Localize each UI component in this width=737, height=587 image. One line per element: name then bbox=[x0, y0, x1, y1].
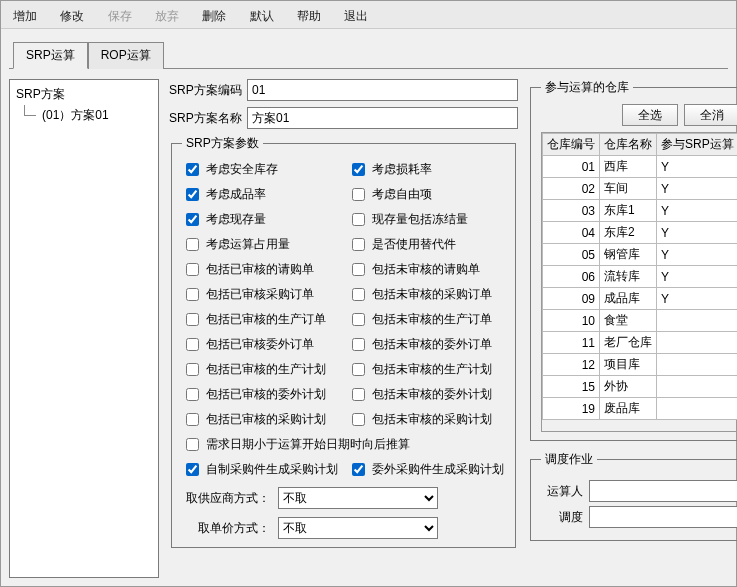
check-item: 包括未审核的生产计划 bbox=[348, 360, 506, 379]
cell-flag: Y bbox=[657, 156, 738, 178]
table-row[interactable]: 03东库1Y bbox=[543, 200, 738, 222]
check-item: 包括未审核的生产订单 bbox=[348, 310, 506, 329]
param-checkbox[interactable] bbox=[186, 238, 199, 251]
param-checkbox[interactable] bbox=[352, 363, 365, 376]
param-checkbox[interactable] bbox=[352, 463, 365, 476]
edit-button[interactable]: 修改 bbox=[50, 5, 94, 28]
supplier-select[interactable]: 不取 bbox=[278, 487, 438, 509]
col-flag[interactable]: 参与SRP运算 bbox=[657, 134, 738, 156]
cell-name: 车间 bbox=[600, 178, 657, 200]
cell-name: 钢管库 bbox=[600, 244, 657, 266]
param-label: 包括未审核的委外计划 bbox=[372, 386, 492, 403]
mid-panel: SRP方案编码 SRP方案名称 SRP方案参数 考虑安全库存考虑损耗率考虑成品率… bbox=[169, 79, 518, 578]
table-row[interactable]: 10食堂 bbox=[543, 310, 738, 332]
tab-srp[interactable]: SRP运算 bbox=[13, 42, 88, 69]
select-none-button[interactable]: 全消 bbox=[684, 104, 737, 126]
param-label: 包括已审核的生产订单 bbox=[206, 311, 326, 328]
check-item: 考虑现存量 bbox=[182, 210, 340, 229]
table-row[interactable]: 11老厂仓库 bbox=[543, 332, 738, 354]
table-row[interactable]: 12项目库 bbox=[543, 354, 738, 376]
code-input[interactable] bbox=[247, 79, 518, 101]
check-item: 包括已审核的委外计划 bbox=[182, 385, 340, 404]
price-label: 取单价方式： bbox=[182, 520, 270, 537]
check-item: 包括未审核的采购订单 bbox=[348, 285, 506, 304]
param-label: 考虑现存量 bbox=[206, 211, 266, 228]
param-checkbox[interactable] bbox=[186, 263, 199, 276]
tree-root[interactable]: SRP方案 bbox=[14, 84, 154, 105]
check-item: 包括已审核委外订单 bbox=[182, 335, 340, 354]
param-checkbox[interactable] bbox=[352, 413, 365, 426]
delete-button[interactable]: 删除 bbox=[192, 5, 236, 28]
check-item: 包括未审核的委外计划 bbox=[348, 385, 506, 404]
check-item: 包括已审核的请购单 bbox=[182, 260, 340, 279]
param-checkbox[interactable] bbox=[186, 438, 199, 451]
add-button[interactable]: 增加 bbox=[3, 5, 47, 28]
col-name[interactable]: 仓库名称 bbox=[600, 134, 657, 156]
param-label: 考虑成品率 bbox=[206, 186, 266, 203]
warehouse-table-wrap[interactable]: 仓库编号 仓库名称 参与SRP运算 01西库Y02车间Y03东库1Y04东库2Y… bbox=[541, 132, 737, 432]
cell-name: 项目库 bbox=[600, 354, 657, 376]
tree-item-plan01[interactable]: (01）方案01 bbox=[14, 105, 154, 126]
exit-button[interactable]: 退出 bbox=[334, 5, 378, 28]
cell-flag bbox=[657, 332, 738, 354]
table-row[interactable]: 15外协 bbox=[543, 376, 738, 398]
param-checkbox[interactable] bbox=[186, 388, 199, 401]
param-checkbox[interactable] bbox=[352, 388, 365, 401]
param-checkbox[interactable] bbox=[186, 188, 199, 201]
param-checkbox[interactable] bbox=[352, 263, 365, 276]
warehouse-fieldset: 参与运算的仓库 全选 全消 仓库编号 仓库名称 参与SRP运算 bbox=[530, 79, 737, 441]
param-checkbox[interactable] bbox=[186, 288, 199, 301]
cell-code: 05 bbox=[543, 244, 600, 266]
check-item: 考虑运算占用量 bbox=[182, 235, 340, 254]
tab-rop[interactable]: ROP运算 bbox=[88, 42, 164, 69]
param-label: 包括未审核的采购订单 bbox=[372, 286, 492, 303]
param-checkbox[interactable] bbox=[352, 213, 365, 226]
operator-input[interactable] bbox=[589, 480, 737, 502]
param-checkbox[interactable] bbox=[186, 338, 199, 351]
param-label: 考虑运算占用量 bbox=[206, 236, 290, 253]
cell-name: 废品库 bbox=[600, 398, 657, 420]
table-row[interactable]: 05钢管库Y bbox=[543, 244, 738, 266]
operator-label: 运算人 bbox=[541, 483, 583, 500]
select-all-button[interactable]: 全选 bbox=[622, 104, 678, 126]
param-checkbox[interactable] bbox=[186, 313, 199, 326]
param-label: 包括未审核的采购计划 bbox=[372, 411, 492, 428]
table-row[interactable]: 06流转库Y bbox=[543, 266, 738, 288]
param-checkbox[interactable] bbox=[186, 213, 199, 226]
param-checkbox[interactable] bbox=[352, 288, 365, 301]
param-checkbox[interactable] bbox=[352, 163, 365, 176]
param-checkbox[interactable] bbox=[186, 363, 199, 376]
cell-code: 02 bbox=[543, 178, 600, 200]
table-row[interactable]: 01西库Y bbox=[543, 156, 738, 178]
cell-flag: Y bbox=[657, 200, 738, 222]
param-checkbox[interactable] bbox=[186, 163, 199, 176]
check-item: 考虑成品率 bbox=[182, 185, 340, 204]
table-row[interactable]: 02车间Y bbox=[543, 178, 738, 200]
cell-name: 食堂 bbox=[600, 310, 657, 332]
save-button: 保存 bbox=[98, 5, 142, 28]
param-checkbox[interactable] bbox=[352, 188, 365, 201]
cell-code: 06 bbox=[543, 266, 600, 288]
cell-flag bbox=[657, 354, 738, 376]
cell-name: 流转库 bbox=[600, 266, 657, 288]
help-button[interactable]: 帮助 bbox=[287, 5, 331, 28]
param-checkbox[interactable] bbox=[352, 238, 365, 251]
toolbar: 增加 修改 保存 放弃 删除 默认 帮助 退出 bbox=[1, 1, 736, 29]
param-checkbox[interactable] bbox=[186, 463, 199, 476]
cell-flag: Y bbox=[657, 244, 738, 266]
col-code[interactable]: 仓库编号 bbox=[543, 134, 600, 156]
cell-flag: Y bbox=[657, 266, 738, 288]
param-checkbox[interactable] bbox=[352, 338, 365, 351]
default-button[interactable]: 默认 bbox=[240, 5, 284, 28]
name-input[interactable] bbox=[247, 107, 518, 129]
param-checkbox[interactable] bbox=[352, 313, 365, 326]
plan-tree: SRP方案 (01）方案01 bbox=[9, 79, 159, 578]
cell-flag bbox=[657, 398, 738, 420]
param-checkbox[interactable] bbox=[186, 413, 199, 426]
price-select[interactable]: 不取 bbox=[278, 517, 438, 539]
dispatch-input[interactable] bbox=[589, 506, 737, 528]
table-row[interactable]: 04东库2Y bbox=[543, 222, 738, 244]
table-row[interactable]: 09成品库Y bbox=[543, 288, 738, 310]
table-row[interactable]: 19废品库 bbox=[543, 398, 738, 420]
check-item: 包括未审核的请购单 bbox=[348, 260, 506, 279]
